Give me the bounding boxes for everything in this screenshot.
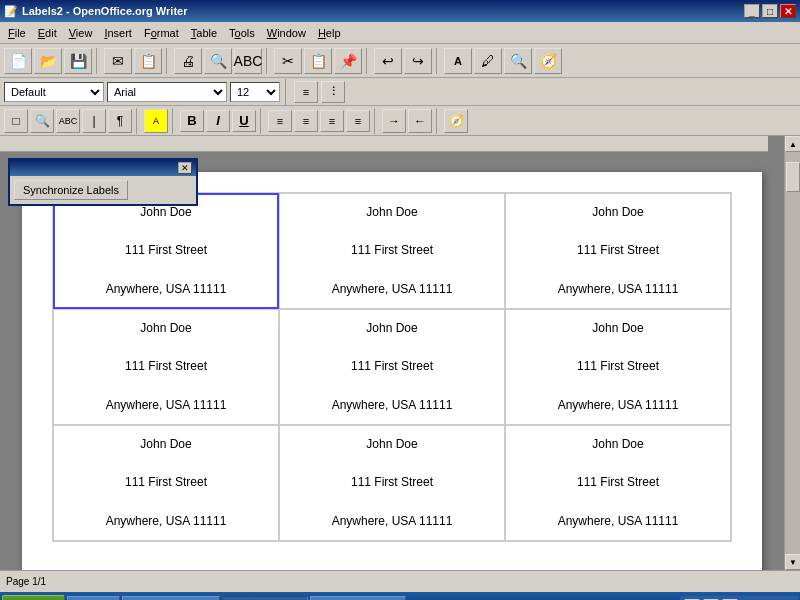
title-text: 📝 Labels2 - OpenOffice.org Writer	[4, 5, 187, 18]
save-button[interactable]: 💾	[64, 48, 92, 74]
status-bar: Page 1/1	[0, 570, 800, 592]
compass-button[interactable]: 🧭	[444, 109, 468, 133]
menu-bar: File Edit View Insert Format Table Tools…	[0, 22, 800, 44]
app-icon: 📝	[4, 5, 18, 18]
font-name-selector[interactable]: Arial	[107, 82, 227, 102]
indent-button[interactable]: →	[382, 109, 406, 133]
label-5-line1: John Doe	[366, 319, 417, 338]
label-6-line3: Anywhere, USA 11111	[558, 396, 679, 415]
italic-button[interactable]: I	[206, 110, 230, 132]
align-left-button[interactable]: ≡	[268, 110, 292, 132]
undo-button[interactable]: ↩	[374, 48, 402, 74]
highlight-button[interactable]: 🖊	[474, 48, 502, 74]
close-button[interactable]: ✕	[780, 4, 796, 18]
toolbar-sep2	[166, 48, 170, 74]
menu-window[interactable]: Window	[261, 25, 312, 41]
list-unordered-button[interactable]: ≡	[294, 81, 318, 103]
align-justify-button[interactable]: ≡	[346, 110, 370, 132]
sync-toolbar-title: ✕	[10, 160, 196, 176]
menu-format[interactable]: Format	[138, 25, 185, 41]
label-4-line1: John Doe	[140, 319, 191, 338]
navigator-button[interactable]: 🧭	[534, 48, 562, 74]
redo-button[interactable]: ↪	[404, 48, 432, 74]
label-6-line1: John Doe	[592, 319, 643, 338]
menu-insert[interactable]: Insert	[98, 25, 138, 41]
scroll-up-button[interactable]: ▲	[785, 136, 800, 152]
labels-grid: John Doe 111 First Street Anywhere, USA …	[52, 192, 732, 542]
label-2-line2: 111 First Street	[351, 241, 433, 260]
text-toolbar: □ 🔍 ABC | ¶ A B I U ≡ ≡ ≡ ≡ → ← 🧭	[0, 106, 800, 136]
bold-button[interactable]: B	[180, 110, 204, 132]
maximize-button[interactable]: □	[762, 4, 778, 18]
label-6-line2: 111 First Street	[577, 357, 659, 376]
menu-tools[interactable]: Tools	[223, 25, 261, 41]
minimize-button[interactable]: _	[744, 4, 760, 18]
label-5-line3: Anywhere, USA 11111	[332, 396, 453, 415]
taskbar-item-icons[interactable]: 🌐 📋 🔴 🦊	[67, 596, 120, 600]
label-5-line2: 111 First Street	[351, 357, 433, 376]
label-cell-1: John Doe 111 First Street Anywhere, USA …	[53, 193, 279, 309]
label-7-line3: Anywhere, USA 11111	[106, 512, 227, 531]
main-toolbar: 📄 📂 💾 ✉ 📋 🖨 🔍 ABC ✂ 📋 📌 ↩ ↪ A 🖊 🔍 🧭	[0, 44, 800, 78]
underline-button[interactable]: U	[232, 110, 256, 132]
spellcheck-button[interactable]: ABC	[234, 48, 262, 74]
align-center-button[interactable]: ≡	[294, 110, 318, 132]
taskbar-corel[interactable]: 🎨 Corel Paint S...	[310, 596, 406, 600]
menu-file[interactable]: File	[2, 25, 32, 41]
paste-button[interactable]: 📌	[334, 48, 362, 74]
zoom-button[interactable]: 🔍	[30, 109, 54, 133]
scroll-down-button[interactable]: ▼	[785, 554, 800, 570]
style-selector[interactable]: Default	[4, 82, 104, 102]
toggle-button[interactable]: |	[82, 109, 106, 133]
toolbar-sep5	[436, 48, 440, 74]
new-button[interactable]: 📄	[4, 48, 32, 74]
start-button[interactable]: 🪟 start	[2, 595, 65, 600]
pdf-button[interactable]: 📋	[134, 48, 162, 74]
toolbar-sep1	[96, 48, 100, 74]
label-4-line3: Anywhere, USA 11111	[106, 396, 227, 415]
list-ordered-button[interactable]: ⋮	[321, 81, 345, 103]
text-sep5	[436, 108, 440, 134]
email-button[interactable]: ✉	[104, 48, 132, 74]
menu-help[interactable]: Help	[312, 25, 347, 41]
document-page: John Doe 111 First Street Anywhere, USA …	[22, 172, 762, 570]
system-tray: 🔊 🌐 🛡 2:26 PM	[680, 596, 798, 600]
label-2-line3: Anywhere, USA 11111	[332, 280, 453, 299]
align-right-button[interactable]: ≡	[320, 110, 344, 132]
label-3-line3: Anywhere, USA 11111	[558, 280, 679, 299]
show-formatting-button[interactable]: ¶	[108, 109, 132, 133]
label-1-line2: 111 First Street	[125, 241, 207, 260]
cut-button[interactable]: ✂	[274, 48, 302, 74]
highlight-color-button[interactable]: A	[144, 109, 168, 133]
label-cell-6: John Doe 111 First Street Anywhere, USA …	[505, 309, 731, 425]
scroll-thumb[interactable]	[786, 162, 800, 192]
label-8-line2: 111 First Street	[351, 473, 433, 492]
fontcolor-button[interactable]: A	[444, 48, 472, 74]
outdent-button[interactable]: ←	[408, 109, 432, 133]
taskbar-yahoo-mail[interactable]: 🌐 Yahoo! Mail - ...	[122, 596, 220, 600]
menu-table[interactable]: Table	[185, 25, 223, 41]
sync-toolbar-close-button[interactable]: ✕	[178, 162, 192, 174]
formatting-toolbar: Default Arial 12 ≡ ⋮	[0, 78, 800, 106]
scroll-track[interactable]	[785, 152, 800, 554]
frame-button[interactable]: □	[4, 109, 28, 133]
horizontal-ruler	[0, 136, 768, 152]
find-button[interactable]: 🔍	[504, 48, 532, 74]
status-text: Page 1/1	[6, 576, 46, 587]
synchronize-labels-button[interactable]: Synchronize Labels	[14, 180, 128, 200]
menu-edit[interactable]: Edit	[32, 25, 63, 41]
menu-view[interactable]: View	[63, 25, 99, 41]
preview-button[interactable]: 🔍	[204, 48, 232, 74]
open-button[interactable]: 📂	[34, 48, 62, 74]
font-size-selector[interactable]: 12	[230, 82, 280, 102]
label-7-line1: John Doe	[140, 435, 191, 454]
abc-check-button[interactable]: ABC	[56, 109, 80, 133]
format-sep1	[285, 79, 289, 105]
label-3-line1: John Doe	[592, 203, 643, 222]
vertical-scrollbar: ▲ ▼	[784, 136, 800, 570]
print-button[interactable]: 🖨	[174, 48, 202, 74]
copy-button[interactable]: 📋	[304, 48, 332, 74]
taskbar-openoffice[interactable]: 📝 4 OpenOffi...	[222, 596, 308, 600]
label-9-line3: Anywhere, USA 11111	[558, 512, 679, 531]
label-cell-8: John Doe 111 First Street Anywhere, USA …	[279, 425, 505, 541]
